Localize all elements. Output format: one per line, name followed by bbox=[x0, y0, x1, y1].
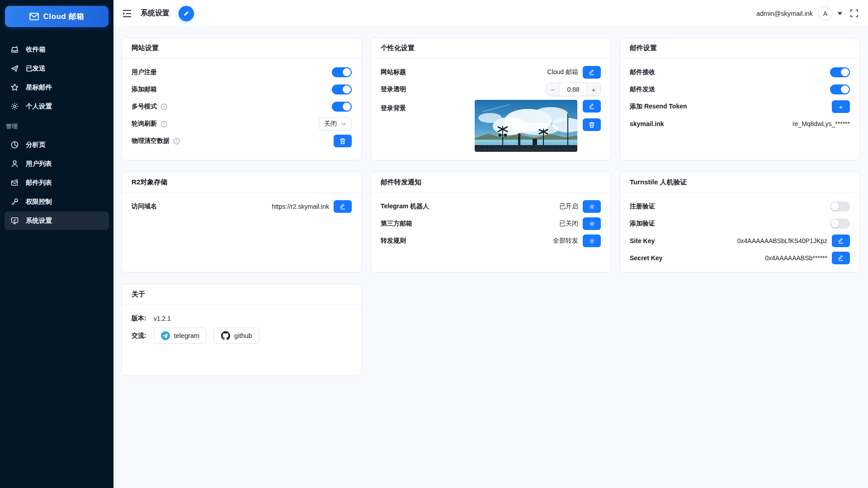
add-resend-token-button[interactable]: + bbox=[832, 100, 850, 113]
page-title: 系统设置 bbox=[141, 9, 170, 18]
setting-row-add-verify: 添加验证 bbox=[630, 215, 850, 232]
about-contact-row: 交流: telegram github bbox=[132, 327, 352, 344]
sidebar-item-label: 用户列表 bbox=[26, 160, 52, 168]
sidebar-item-users[interactable]: 用户列表 bbox=[5, 155, 109, 173]
telegram-bot-settings-button[interactable] bbox=[583, 200, 601, 213]
trash-icon bbox=[340, 138, 346, 145]
setting-row-site-title: 网站标题 Cloud 邮箱 bbox=[381, 64, 601, 81]
sidebar-item-permissions[interactable]: 权限控制 bbox=[5, 192, 109, 211]
register-verify-toggle[interactable] bbox=[830, 202, 850, 211]
app-logo[interactable]: Cloud 邮箱 bbox=[5, 6, 108, 27]
edit-site-key-button[interactable] bbox=[832, 235, 850, 247]
setting-row-token-value: skymail.ink re_Mq8dwLys_****** bbox=[630, 115, 850, 132]
sidebar-nav: 收件箱 已发送 星标邮件 个人设置 管理 分析页 用户列表 bbox=[0, 40, 113, 230]
sidebar-item-label: 个人设置 bbox=[26, 102, 52, 111]
sidebar-item-system-settings[interactable]: 系统设置 bbox=[5, 211, 109, 230]
setting-row-login-background: 登录背景 bbox=[381, 100, 601, 152]
polling-select[interactable]: 关闭 bbox=[319, 117, 352, 131]
sidebar-item-label: 系统设置 bbox=[26, 216, 52, 225]
sidebar-item-inbox[interactable]: 收件箱 bbox=[5, 40, 109, 59]
decrement-button[interactable]: − bbox=[546, 83, 560, 96]
edit-r2-domain-button[interactable] bbox=[334, 200, 352, 213]
edit-secret-key-button[interactable] bbox=[832, 252, 850, 264]
mail-list-icon bbox=[10, 178, 19, 187]
sidebar-item-label: 邮件列表 bbox=[26, 178, 52, 187]
mail-receive-toggle[interactable] bbox=[830, 67, 850, 77]
sidebar-item-mail-list[interactable]: 邮件列表 bbox=[5, 174, 109, 192]
card-title: 邮件设置 bbox=[620, 38, 859, 58]
edit-site-title-button[interactable] bbox=[583, 66, 601, 79]
setting-row-mail-receive: 邮件接收 bbox=[630, 64, 850, 81]
github-link-button[interactable]: github bbox=[214, 328, 259, 344]
delete-login-background-button[interactable] bbox=[583, 118, 601, 131]
setting-row-mail-send: 邮件发送 bbox=[630, 81, 850, 98]
version-value: v1.2.1 bbox=[154, 315, 171, 322]
card-about: 关于 版本: v1.2.1 交流: telegram bbox=[122, 284, 362, 376]
setting-row-resend-token: 添加 Resend Token + bbox=[630, 98, 850, 115]
setting-row-purge-data: 物理清空数据 bbox=[132, 132, 352, 150]
pie-chart-icon bbox=[10, 141, 19, 149]
sidebar-item-label: 收件箱 bbox=[26, 45, 46, 54]
resend-token-value: re_Mq8dwLys_****** bbox=[793, 120, 850, 127]
sidebar-collapse-icon[interactable] bbox=[123, 9, 132, 18]
third-party-settings-button[interactable] bbox=[583, 217, 601, 230]
telegram-bot-status: 已开启 bbox=[559, 202, 578, 211]
setting-row-telegram-bot: Telegram 机器人 已开启 bbox=[381, 198, 601, 215]
gear-icon bbox=[589, 238, 595, 244]
login-background-preview bbox=[475, 100, 577, 152]
pencil-icon bbox=[838, 255, 844, 261]
add-verify-toggle[interactable] bbox=[830, 219, 850, 229]
sidebar-item-analytics[interactable]: 分析页 bbox=[5, 136, 109, 154]
info-icon[interactable] bbox=[160, 121, 167, 127]
about-version-row: 版本: v1.2.1 bbox=[132, 310, 352, 327]
star-icon bbox=[10, 83, 19, 92]
avatar[interactable]: A bbox=[818, 6, 832, 20]
sidebar-item-label: 权限控制 bbox=[26, 197, 52, 206]
add-mailbox-toggle[interactable] bbox=[332, 84, 352, 94]
card-personalization: 个性化设置 网站标题 Cloud 邮箱 登录透明 bbox=[371, 38, 611, 160]
pencil-icon bbox=[183, 10, 190, 17]
chevron-down-icon bbox=[341, 122, 346, 126]
pencil-icon bbox=[589, 69, 595, 75]
setting-row-r2-domain: 访问域名 https://r2.skymail.ink bbox=[132, 198, 352, 215]
gear-icon bbox=[589, 203, 595, 210]
send-icon bbox=[10, 64, 19, 73]
setting-row-user-register: 用户注册 bbox=[132, 64, 352, 81]
card-title: 邮件转发通知 bbox=[371, 172, 610, 192]
sidebar-item-personal-settings[interactable]: 个人设置 bbox=[5, 97, 109, 116]
info-icon[interactable] bbox=[160, 103, 167, 110]
user-email: admin@skymail.ink bbox=[756, 10, 813, 17]
main-area: 系统设置 admin@skymail.ink A 网站设置 bbox=[113, 0, 868, 488]
edit-page-button[interactable] bbox=[179, 6, 194, 21]
card-title: 网站设置 bbox=[122, 38, 361, 58]
user-register-toggle[interactable] bbox=[332, 67, 352, 77]
setting-row-multi-account: 多号模式 bbox=[132, 98, 352, 115]
login-opacity-stepper: − 0.88 + bbox=[546, 83, 601, 96]
setting-row-site-key: Site Key 0x4AAAAAABSbLfKS40P1JKpz bbox=[630, 232, 850, 249]
chevron-down-icon[interactable] bbox=[838, 12, 842, 15]
fullscreen-icon[interactable] bbox=[850, 9, 858, 17]
card-title: 关于 bbox=[122, 284, 361, 305]
mail-send-toggle[interactable] bbox=[830, 84, 850, 94]
mail-logo-icon bbox=[29, 13, 39, 20]
forward-rules-settings-button[interactable] bbox=[583, 235, 601, 247]
sidebar-item-sent[interactable]: 已发送 bbox=[5, 59, 109, 78]
login-opacity-value[interactable]: 0.88 bbox=[560, 83, 586, 96]
telegram-icon bbox=[161, 331, 170, 340]
key-icon bbox=[10, 197, 19, 206]
sidebar-item-starred[interactable]: 星标邮件 bbox=[5, 78, 109, 97]
increment-button[interactable]: + bbox=[586, 83, 600, 96]
telegram-link-button[interactable]: telegram bbox=[154, 328, 207, 344]
avatar-letter: A bbox=[823, 10, 827, 17]
app-root: Cloud 邮箱 收件箱 已发送 星标邮件 个人设置 管理 分析页 bbox=[0, 0, 868, 488]
setting-row-polling: 轮询刷新 关闭 bbox=[132, 115, 352, 132]
multi-account-toggle[interactable] bbox=[332, 102, 352, 112]
edit-login-background-button[interactable] bbox=[583, 100, 601, 113]
setting-row-secret-key: Secret Key 0x4AAAAAABSb****** bbox=[630, 249, 850, 267]
setting-row-forward-rules: 转发规则 全部转发 bbox=[381, 232, 601, 249]
monitor-check-icon bbox=[10, 216, 19, 225]
trash-icon bbox=[589, 122, 595, 128]
purge-data-button[interactable] bbox=[334, 135, 352, 147]
pencil-icon bbox=[838, 238, 844, 244]
info-icon[interactable] bbox=[173, 138, 180, 145]
